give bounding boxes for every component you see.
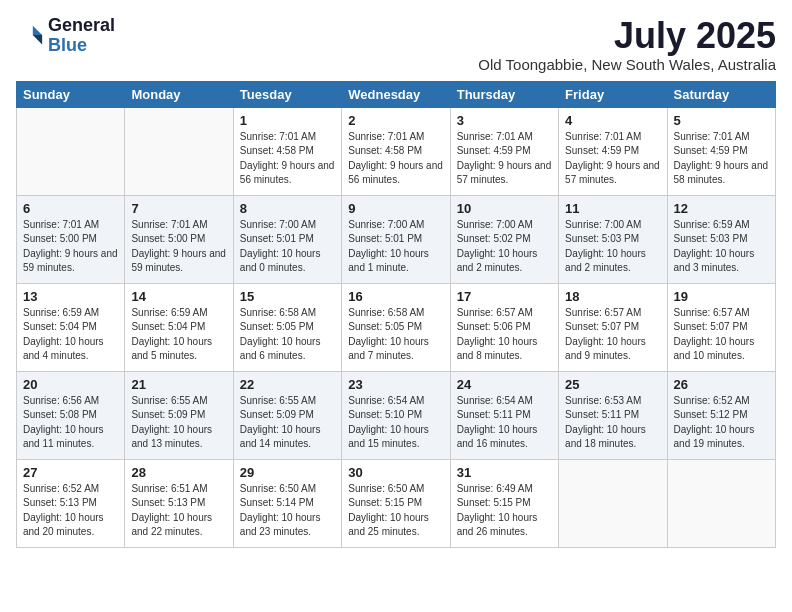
weekday-header-friday: Friday [559,81,667,107]
title-block: July 2025 Old Toongabbie, New South Wale… [478,16,776,73]
day-info: Sunrise: 6:49 AM Sunset: 5:15 PM Dayligh… [457,482,552,540]
calendar-week-row: 6Sunrise: 7:01 AM Sunset: 5:00 PM Daylig… [17,195,776,283]
calendar-day-cell: 25Sunrise: 6:53 AM Sunset: 5:11 PM Dayli… [559,371,667,459]
calendar-day-cell: 10Sunrise: 7:00 AM Sunset: 5:02 PM Dayli… [450,195,558,283]
calendar-day-cell: 20Sunrise: 6:56 AM Sunset: 5:08 PM Dayli… [17,371,125,459]
day-info: Sunrise: 7:00 AM Sunset: 5:01 PM Dayligh… [240,218,335,276]
calendar-day-cell: 27Sunrise: 6:52 AM Sunset: 5:13 PM Dayli… [17,459,125,547]
day-number: 24 [457,377,552,392]
logo-blue: Blue [48,36,115,56]
day-info: Sunrise: 7:00 AM Sunset: 5:02 PM Dayligh… [457,218,552,276]
day-info: Sunrise: 7:00 AM Sunset: 5:01 PM Dayligh… [348,218,443,276]
day-info: Sunrise: 6:54 AM Sunset: 5:11 PM Dayligh… [457,394,552,452]
day-number: 4 [565,113,660,128]
weekday-header-sunday: Sunday [17,81,125,107]
day-number: 31 [457,465,552,480]
page-header: General Blue July 2025 Old Toongabbie, N… [16,16,776,73]
day-number: 9 [348,201,443,216]
calendar-day-cell: 8Sunrise: 7:00 AM Sunset: 5:01 PM Daylig… [233,195,341,283]
month-year: July 2025 [478,16,776,56]
day-info: Sunrise: 6:57 AM Sunset: 5:06 PM Dayligh… [457,306,552,364]
calendar-week-row: 1Sunrise: 7:01 AM Sunset: 4:58 PM Daylig… [17,107,776,195]
weekday-header-thursday: Thursday [450,81,558,107]
day-info: Sunrise: 7:00 AM Sunset: 5:03 PM Dayligh… [565,218,660,276]
day-info: Sunrise: 7:01 AM Sunset: 5:00 PM Dayligh… [131,218,226,276]
calendar-day-cell [667,459,775,547]
calendar-day-cell: 22Sunrise: 6:55 AM Sunset: 5:09 PM Dayli… [233,371,341,459]
day-info: Sunrise: 6:56 AM Sunset: 5:08 PM Dayligh… [23,394,118,452]
calendar-day-cell [559,459,667,547]
day-number: 17 [457,289,552,304]
day-info: Sunrise: 6:55 AM Sunset: 5:09 PM Dayligh… [240,394,335,452]
day-info: Sunrise: 7:01 AM Sunset: 4:59 PM Dayligh… [565,130,660,188]
calendar-day-cell: 14Sunrise: 6:59 AM Sunset: 5:04 PM Dayli… [125,283,233,371]
day-number: 13 [23,289,118,304]
calendar-day-cell: 19Sunrise: 6:57 AM Sunset: 5:07 PM Dayli… [667,283,775,371]
day-number: 11 [565,201,660,216]
logo: General Blue [16,16,115,56]
calendar-day-cell: 31Sunrise: 6:49 AM Sunset: 5:15 PM Dayli… [450,459,558,547]
day-number: 27 [23,465,118,480]
day-info: Sunrise: 6:52 AM Sunset: 5:12 PM Dayligh… [674,394,769,452]
day-info: Sunrise: 6:54 AM Sunset: 5:10 PM Dayligh… [348,394,443,452]
day-number: 5 [674,113,769,128]
day-number: 16 [348,289,443,304]
calendar-day-cell: 4Sunrise: 7:01 AM Sunset: 4:59 PM Daylig… [559,107,667,195]
day-info: Sunrise: 6:58 AM Sunset: 5:05 PM Dayligh… [240,306,335,364]
day-number: 28 [131,465,226,480]
day-number: 14 [131,289,226,304]
day-info: Sunrise: 6:53 AM Sunset: 5:11 PM Dayligh… [565,394,660,452]
calendar-day-cell: 28Sunrise: 6:51 AM Sunset: 5:13 PM Dayli… [125,459,233,547]
calendar-day-cell: 12Sunrise: 6:59 AM Sunset: 5:03 PM Dayli… [667,195,775,283]
calendar-day-cell: 15Sunrise: 6:58 AM Sunset: 5:05 PM Dayli… [233,283,341,371]
day-info: Sunrise: 6:57 AM Sunset: 5:07 PM Dayligh… [674,306,769,364]
calendar-day-cell: 26Sunrise: 6:52 AM Sunset: 5:12 PM Dayli… [667,371,775,459]
calendar-week-row: 13Sunrise: 6:59 AM Sunset: 5:04 PM Dayli… [17,283,776,371]
calendar-week-row: 20Sunrise: 6:56 AM Sunset: 5:08 PM Dayli… [17,371,776,459]
day-number: 18 [565,289,660,304]
day-number: 8 [240,201,335,216]
day-number: 12 [674,201,769,216]
calendar-day-cell [17,107,125,195]
weekday-header-saturday: Saturday [667,81,775,107]
day-number: 22 [240,377,335,392]
day-info: Sunrise: 6:50 AM Sunset: 5:14 PM Dayligh… [240,482,335,540]
day-number: 7 [131,201,226,216]
weekday-header-row: SundayMondayTuesdayWednesdayThursdayFrid… [17,81,776,107]
day-number: 1 [240,113,335,128]
day-info: Sunrise: 6:50 AM Sunset: 5:15 PM Dayligh… [348,482,443,540]
day-number: 21 [131,377,226,392]
day-info: Sunrise: 7:01 AM Sunset: 4:59 PM Dayligh… [674,130,769,188]
day-number: 3 [457,113,552,128]
calendar-day-cell: 30Sunrise: 6:50 AM Sunset: 5:15 PM Dayli… [342,459,450,547]
calendar-day-cell: 23Sunrise: 6:54 AM Sunset: 5:10 PM Dayli… [342,371,450,459]
day-info: Sunrise: 7:01 AM Sunset: 5:00 PM Dayligh… [23,218,118,276]
calendar-day-cell: 9Sunrise: 7:00 AM Sunset: 5:01 PM Daylig… [342,195,450,283]
day-number: 2 [348,113,443,128]
day-number: 10 [457,201,552,216]
calendar-day-cell: 21Sunrise: 6:55 AM Sunset: 5:09 PM Dayli… [125,371,233,459]
calendar-day-cell: 17Sunrise: 6:57 AM Sunset: 5:06 PM Dayli… [450,283,558,371]
day-info: Sunrise: 6:59 AM Sunset: 5:04 PM Dayligh… [23,306,118,364]
weekday-header-monday: Monday [125,81,233,107]
calendar-day-cell: 2Sunrise: 7:01 AM Sunset: 4:58 PM Daylig… [342,107,450,195]
day-number: 20 [23,377,118,392]
calendar-day-cell: 29Sunrise: 6:50 AM Sunset: 5:14 PM Dayli… [233,459,341,547]
day-number: 25 [565,377,660,392]
calendar-day-cell: 16Sunrise: 6:58 AM Sunset: 5:05 PM Dayli… [342,283,450,371]
calendar-day-cell: 5Sunrise: 7:01 AM Sunset: 4:59 PM Daylig… [667,107,775,195]
day-number: 26 [674,377,769,392]
day-info: Sunrise: 7:01 AM Sunset: 4:59 PM Dayligh… [457,130,552,188]
day-info: Sunrise: 7:01 AM Sunset: 4:58 PM Dayligh… [348,130,443,188]
calendar-day-cell: 13Sunrise: 6:59 AM Sunset: 5:04 PM Dayli… [17,283,125,371]
day-number: 23 [348,377,443,392]
calendar-day-cell: 1Sunrise: 7:01 AM Sunset: 4:58 PM Daylig… [233,107,341,195]
day-info: Sunrise: 6:55 AM Sunset: 5:09 PM Dayligh… [131,394,226,452]
day-info: Sunrise: 6:51 AM Sunset: 5:13 PM Dayligh… [131,482,226,540]
weekday-header-wednesday: Wednesday [342,81,450,107]
logo-text: General Blue [48,16,115,56]
day-info: Sunrise: 6:59 AM Sunset: 5:04 PM Dayligh… [131,306,226,364]
logo-general: General [48,16,115,36]
logo-icon [16,22,44,50]
calendar-week-row: 27Sunrise: 6:52 AM Sunset: 5:13 PM Dayli… [17,459,776,547]
